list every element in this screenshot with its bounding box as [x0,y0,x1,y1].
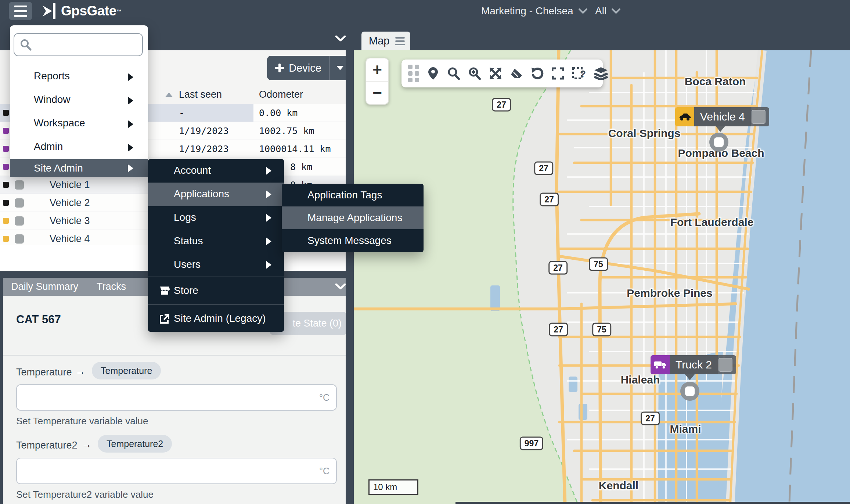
submenu-item-manage-applications[interactable]: Manage Applications [282,206,424,229]
eraser-icon[interactable] [510,67,523,80]
cell-odometer-fragment: 8 km [290,162,312,172]
marker-truck-2[interactable]: Truck 2 [651,355,736,374]
unit-celsius: °C [319,392,329,403]
select-query-icon[interactable]: ? [572,67,586,80]
scope-selector[interactable]: All [595,0,620,22]
toolbar-drag-handle-icon[interactable] [408,65,419,82]
map-tiles [354,50,850,504]
temperature-help-text: Set Temperature variable value [16,415,148,427]
zoom-out-button[interactable]: − [366,81,388,104]
tab-daily-summary[interactable]: Daily Summary [11,281,78,292]
city-label: Fort Lauderdale [670,216,754,228]
cell-odometer: 1002.75 km [259,126,314,136]
undo-icon[interactable] [531,67,544,80]
tab-tracks[interactable]: Tracks [97,281,126,292]
submenu-item-label: Logs [174,212,196,223]
layers-icon[interactable] [594,67,608,80]
chevron-down-icon [612,8,620,14]
route-shield-75: 75 [592,323,611,336]
submenu-item-label: Application Tags [307,189,382,201]
submenu-item-site-admin-legacy[interactable]: Site Admin (Legacy) [148,305,284,332]
expand-arrows-icon[interactable] [489,67,502,80]
submenu-item-applications[interactable]: Applications [148,183,284,206]
status-chip [3,182,9,188]
submenu-item-application-tags[interactable]: Application Tags [282,184,424,206]
tab-map[interactable]: Map [361,32,410,50]
cell-odometer: 0.00 km [259,108,298,118]
map-scale: 10 km [368,479,418,495]
maps-to-arrow-icon: → [75,366,85,377]
menu-search-input[interactable] [36,36,139,53]
submenu-arrow-icon [128,164,133,172]
section-divider [0,355,346,356]
menu-item-site-admin[interactable]: Site Admin [10,159,148,177]
column-odometer[interactable]: Odometer [259,89,303,100]
caret-down-icon [336,66,344,70]
marker-label: Vehicle 4 [694,107,751,126]
submenu-item-users[interactable]: Users [148,253,284,277]
menu-item-window[interactable]: Window [10,89,148,110]
temperature-input[interactable] [23,387,311,408]
temperature2-input-wrap: °C [16,458,337,484]
car-icon [675,107,694,126]
search-icon[interactable] [447,67,460,80]
cell-device-name: Vehicle 4 [50,233,90,245]
marker-position-vehicle-4[interactable] [709,133,728,152]
workspace-selector[interactable]: Marketing - Chelsea [481,0,587,22]
sort-ascending-icon[interactable] [165,93,173,97]
update-state-label: te State (0) [292,318,342,329]
submenu-item-label: Site Admin (Legacy) [174,313,266,324]
workspace-selector-label: Marketing - Chelsea [481,5,573,17]
submenu-item-store[interactable]: Store [148,277,284,305]
submenu-arrow-icon [266,190,271,198]
temperature2-help-text: Set Temperature2 variable value [16,489,154,500]
collapse-panel-icon[interactable] [335,283,346,290]
map-canvas[interactable]: Boca Raton Coral Springs Pompano Beach F… [354,50,850,504]
submenu-item-logs[interactable]: Logs [148,206,284,230]
pill-label: Temperature [101,366,152,376]
menu-item-reports[interactable]: Reports [10,66,148,86]
search-icon [19,39,32,51]
cell-device-name: Vehicle 3 [50,215,90,227]
field-label-temperature2: Temperature2 [16,440,78,451]
status-chip [3,236,9,242]
status-chip [3,200,9,206]
submenu-item-status[interactable]: Status [148,230,284,253]
menu-item-workspace[interactable]: Workspace [10,113,148,133]
route-shield-27: 27 [548,261,568,275]
marker-position-truck-2[interactable] [680,382,699,401]
location-pin-icon[interactable] [427,66,439,80]
route-shield-27: 27 [549,323,568,336]
panel-divider-vertical [346,22,354,504]
temperature2-input[interactable] [23,461,311,482]
app-window: GpsGate™ Marketing - Chelsea All Device … [0,0,850,504]
gpsgate-logo-icon [43,2,58,20]
zoom-area-icon[interactable] [468,67,481,80]
temperature-tag-pill[interactable]: Temperature [92,362,161,379]
fullscreen-icon[interactable] [552,67,564,80]
marker-label: Truck 2 [670,355,718,374]
marker-vehicle-4[interactable]: Vehicle 4 [675,107,769,126]
submenu-item-account[interactable]: Account [148,159,284,183]
status-chip [3,164,9,170]
submenu-item-label: Store [174,285,198,296]
map-tab-menu-icon[interactable] [395,37,405,45]
device-icon [15,198,24,208]
temperature2-tag-pill[interactable]: Temperature2 [98,435,172,453]
unit-celsius: °C [319,466,329,476]
column-last-seen[interactable]: Last seen [179,89,222,100]
main-menu-button[interactable] [9,2,32,20]
menu-item-admin[interactable]: Admin [10,136,148,157]
menu-item-label: Admin [34,141,63,152]
collapse-panel-icon[interactable] [335,35,346,42]
bottom-strip [455,502,850,504]
store-icon [159,286,170,298]
zoom-in-button[interactable]: + [366,58,388,81]
chevron-down-icon [579,8,587,14]
add-device-button[interactable]: Device [267,56,351,80]
submenu-item-label: Account [174,165,211,176]
logo-text: GpsGate [61,3,116,18]
temperature-input-wrap: °C [16,384,337,411]
truck-icon [651,355,670,374]
submenu-item-system-messages[interactable]: System Messages [282,229,424,252]
